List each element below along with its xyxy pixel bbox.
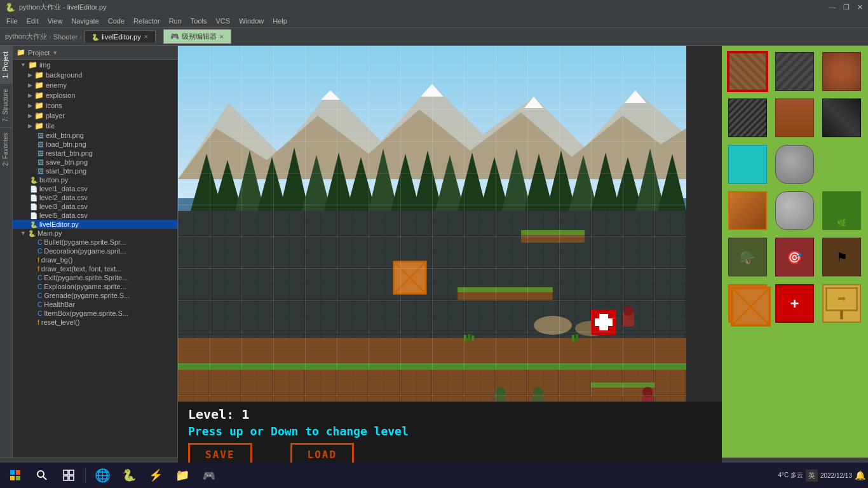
tree-item-load-btn[interactable]: 🖼 load_btn.png <box>13 140 177 149</box>
palette-tile-4[interactable] <box>774 97 815 139</box>
title-bar-controls[interactable]: — ❐ ✕ <box>829 3 863 11</box>
tree-item-draw-text[interactable]: f draw_text(text, font, text... <box>13 264 177 273</box>
tree-item-itembox[interactable]: C ItemBox(pygame.sprite.S... <box>13 309 177 318</box>
project-folder-icon: 📁 <box>17 48 25 57</box>
palette-tile-2[interactable] <box>821 51 862 92</box>
breadcrumb-folder[interactable]: Shooter <box>53 33 78 41</box>
python-icon: 🐍 <box>28 230 36 237</box>
menu-run[interactable]: Run <box>165 16 186 26</box>
tree-item-background[interactable]: ▶ 📁 background <box>13 70 177 80</box>
tree-item-start-btn[interactable]: 🖼 start_btn.png <box>13 166 177 175</box>
tree-item-decoration[interactable]: C Decoration(pygame.sprit... <box>13 247 177 255</box>
maximize-button[interactable]: ❐ <box>843 3 850 11</box>
palette-tile-6[interactable] <box>727 144 768 185</box>
taskbar-explorer-button[interactable]: 📁 <box>170 464 195 487</box>
tree-item-button-py[interactable]: 🐍 button.py <box>13 175 177 184</box>
tree-item-level2-csv[interactable]: 📄 level2_data.csv <box>13 193 177 202</box>
menu-window[interactable]: Window <box>235 16 268 26</box>
tree-item-tile[interactable]: ▶ 📁 tile <box>13 121 177 131</box>
menu-view[interactable]: View <box>44 16 67 26</box>
menu-help[interactable]: Help <box>269 16 291 26</box>
tree-item-level5-csv[interactable]: 📄 level5_data.csv <box>13 211 177 220</box>
taskbar-pycharm-button[interactable]: 🐍 <box>116 464 142 487</box>
tree-label: save_btn.png <box>46 158 88 166</box>
taskbar-start-button[interactable] <box>3 464 28 487</box>
tree-item-restart-btn[interactable]: 🖼 restart_btn.png <box>13 149 177 158</box>
tree-item-main-py[interactable]: ▼ 🐍 Main.py <box>13 229 177 238</box>
breadcrumb: python大作业 › Shooter › <box>5 32 82 41</box>
minimize-button[interactable]: — <box>829 3 836 11</box>
palette-tile-12[interactable]: 🪖 <box>727 236 768 278</box>
tree-item-explosion[interactable]: C Explosion(pygame.sprite... <box>13 282 177 291</box>
palette-tile-5[interactable] <box>821 97 862 139</box>
tree-item-bullet[interactable]: C Bullet(pygame.sprite.Spr... <box>13 238 177 247</box>
tile-texture: 🪖 <box>728 238 767 276</box>
project-dropdown-icon[interactable]: ▼ <box>52 50 58 56</box>
tree-item-level3-csv[interactable]: 📄 level3_data.csv <box>13 202 177 211</box>
palette-tile-11[interactable]: 🌿 <box>821 190 862 231</box>
menu-edit[interactable]: Edit <box>23 16 43 26</box>
palette-tile-9[interactable] <box>727 190 768 231</box>
palette-tile-1[interactable] <box>774 51 815 92</box>
taskbar-taskview-button[interactable] <box>56 464 81 487</box>
menu-navigate[interactable]: Navigate <box>67 16 102 26</box>
tab-close-icon[interactable]: ✕ <box>144 34 149 40</box>
tab-level-editor[interactable]: 🎮 级别编辑器 ✕ <box>163 29 231 44</box>
tile-texture: 🎯 <box>775 238 814 276</box>
tree-item-level1-csv[interactable]: 📄 level1_data.csv <box>13 184 177 193</box>
menu-refactor[interactable]: Refactor <box>130 16 164 26</box>
tree-item-img[interactable]: ▼ 📁 img <box>13 60 177 70</box>
level-editor-icon: 🎮 <box>170 32 179 41</box>
notification-icon[interactable]: 🔔 <box>855 470 865 480</box>
palette-tile-10[interactable] <box>774 190 815 231</box>
sidebar-tab-favorites[interactable]: 2: Favorites <box>0 127 12 171</box>
svg-point-80 <box>37 471 44 477</box>
level-editor-close-icon[interactable]: ✕ <box>219 34 224 40</box>
menu-tools[interactable]: Tools <box>187 16 211 26</box>
tile-texture: ➡ <box>822 284 861 323</box>
taskbar-vscode-button[interactable]: ⚡ <box>143 464 168 487</box>
palette-tile-16[interactable]: + <box>774 283 815 324</box>
tab-livelEditor[interactable]: 🐍 livelEditor.py ✕ <box>85 30 156 43</box>
folder-icon: 📁 <box>34 121 44 130</box>
tree-item-player[interactable]: ▶ 📁 player <box>13 111 177 121</box>
tree-label: player <box>46 112 65 119</box>
palette-tile-7[interactable] <box>774 144 815 185</box>
breadcrumb-project[interactable]: python大作业 <box>5 32 47 41</box>
ime-indicator[interactable]: 英 <box>806 470 818 482</box>
menu-file[interactable]: File <box>3 16 22 26</box>
game-canvas[interactable] <box>178 46 686 402</box>
palette-tile-3[interactable] <box>727 97 768 139</box>
tile-texture <box>728 98 767 137</box>
tree-item-explosion[interactable]: ▶ 📁 explosion <box>13 90 177 100</box>
tree-label: tile <box>46 122 55 130</box>
class-icon: C <box>37 248 42 255</box>
tree-item-icons[interactable]: ▶ 📁 icons <box>13 100 177 111</box>
sidebar-tab-project[interactable]: 1: Project <box>0 46 12 83</box>
tree-item-grenade[interactable]: C Grenade(pygame.sprite.S... <box>13 291 177 300</box>
tree-item-draw-bg[interactable]: f draw_bg() <box>13 255 177 264</box>
game-tiles[interactable] <box>178 46 686 402</box>
tree-item-save-btn[interactable]: 🖼 save_btn.png <box>13 158 177 166</box>
taskbar-search-button[interactable] <box>29 464 55 487</box>
tree-item-reset-level[interactable]: f reset_level() <box>13 318 177 327</box>
palette-tile-0[interactable] <box>727 51 768 92</box>
taskbar-edge-button[interactable]: 🌐 <box>90 464 115 487</box>
tree-item-healthbar[interactable]: C HealthBar <box>13 300 177 309</box>
svg-text:➡: ➡ <box>837 293 846 304</box>
tree-item-livelEditor[interactable]: 🐍 livelEditor.py <box>13 220 177 229</box>
palette-tile-8[interactable] <box>821 144 862 185</box>
close-button[interactable]: ✕ <box>857 3 863 11</box>
tree-item-exit[interactable]: C Exit(pygame.sprite.Sprite... <box>13 273 177 282</box>
menu-vcs[interactable]: VCS <box>212 16 234 26</box>
palette-tile-14[interactable]: ⚑ <box>821 236 862 278</box>
tree-item-enemy[interactable]: ▶ 📁 enemy <box>13 80 177 90</box>
palette-tile-17[interactable]: ➡ <box>821 283 862 324</box>
menu-code[interactable]: Code <box>104 16 128 26</box>
tree-label: start_btn.png <box>46 167 86 175</box>
palette-tile-13[interactable]: 🎯 <box>774 236 815 278</box>
sidebar-tab-structure[interactable]: 7: Structure <box>0 83 12 127</box>
tree-item-exit-btn[interactable]: 🖼 exit_btn.png <box>13 131 177 140</box>
taskbar-devze-button[interactable]: 🎮 <box>196 464 222 487</box>
palette-tile-15[interactable] <box>727 283 768 324</box>
